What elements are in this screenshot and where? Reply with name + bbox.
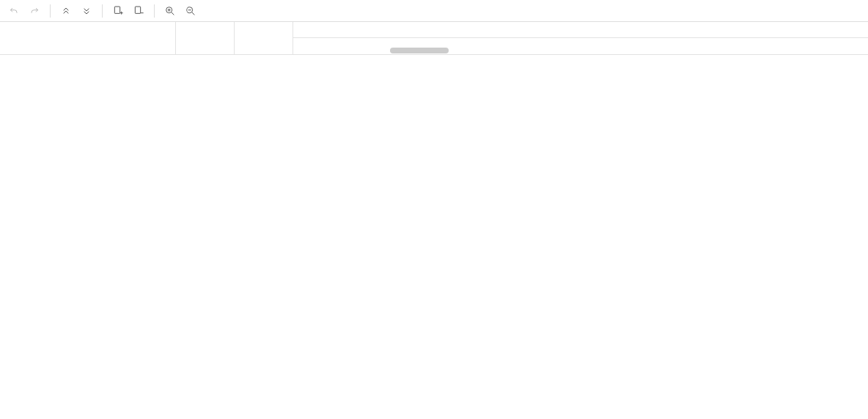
horizontal-scrollbar[interactable] xyxy=(295,47,859,54)
toolbar-separator xyxy=(50,4,51,18)
toolbar xyxy=(0,0,868,22)
redo-button[interactable] xyxy=(25,1,44,21)
horizontal-scroll-thumb[interactable] xyxy=(390,48,449,53)
add-task-button[interactable] xyxy=(108,1,128,21)
toolbar-separator xyxy=(154,4,155,18)
svg-rect-1 xyxy=(135,7,140,13)
undo-button[interactable] xyxy=(4,1,23,21)
delete-task-button[interactable] xyxy=(129,1,148,21)
zoom-out-button[interactable] xyxy=(181,1,200,21)
column-header-start[interactable] xyxy=(176,22,235,54)
column-header-end[interactable] xyxy=(235,22,293,54)
svg-rect-0 xyxy=(114,7,119,13)
zoom-in-button[interactable] xyxy=(161,1,180,21)
toolbar-separator xyxy=(102,4,103,18)
expand-all-button[interactable] xyxy=(56,1,76,21)
collapse-all-button[interactable] xyxy=(77,1,96,21)
column-header-subject[interactable] xyxy=(0,22,176,54)
gantt-grid xyxy=(0,22,868,55)
